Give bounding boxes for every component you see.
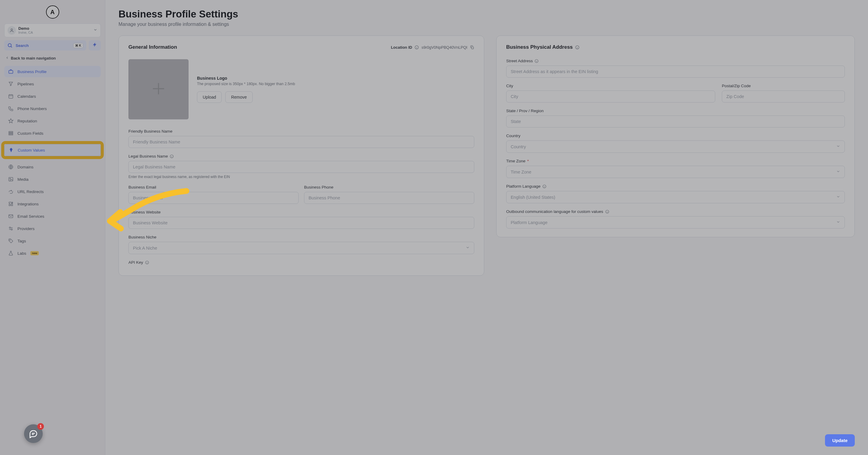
country-select[interactable]: Country xyxy=(506,141,845,153)
zip-label: Postal/Zip Code xyxy=(722,84,845,88)
chevron-down-icon xyxy=(466,245,470,250)
sidebar-item-tags[interactable]: Tags xyxy=(4,235,101,247)
sidebar: A Demo Irvine, CA Search ⌘ K xyxy=(0,0,105,455)
card-title-address: Business Physical Address xyxy=(506,44,572,50)
business-website-input[interactable] xyxy=(128,217,474,229)
search-icon xyxy=(7,43,12,48)
zip-input[interactable] xyxy=(722,91,845,102)
info-icon[interactable] xyxy=(414,45,419,50)
location-id-label: Location ID xyxy=(391,45,412,50)
card-title-general: General Information xyxy=(128,44,177,50)
svg-rect-6 xyxy=(9,134,13,135)
logo-hint: The proposed size is 350px * 180px. No b… xyxy=(197,82,295,86)
puzzle-icon xyxy=(8,201,14,207)
city-input[interactable] xyxy=(506,91,715,102)
select-placeholder: English (United States) xyxy=(511,195,836,200)
diamond-icon xyxy=(8,147,14,153)
sidebar-item-calendars[interactable]: Calendars xyxy=(4,91,101,102)
sidebar-item-providers[interactable]: Providers xyxy=(4,223,101,234)
sidebar-item-pipelines[interactable]: Pipelines xyxy=(4,78,101,90)
platform-language-label: Platform Language xyxy=(506,184,845,188)
legal-name-label: Legal Business Name xyxy=(128,154,474,158)
svg-point-13 xyxy=(10,240,10,240)
timezone-label: Time Zone * xyxy=(506,159,845,163)
chevron-down-icon xyxy=(836,194,840,200)
update-button[interactable]: Update xyxy=(825,434,855,447)
svg-point-11 xyxy=(9,227,11,229)
info-icon[interactable] xyxy=(145,261,149,265)
chat-button[interactable]: 1 xyxy=(24,424,43,443)
sidebar-item-label: Providers xyxy=(18,226,35,231)
info-icon[interactable] xyxy=(605,210,609,214)
sidebar-item-custom-fields[interactable]: Custom Fields xyxy=(4,127,101,139)
quick-action-button[interactable] xyxy=(89,40,101,51)
chevron-down-icon xyxy=(836,220,840,225)
mail-icon xyxy=(8,213,14,219)
flask-icon xyxy=(8,250,14,256)
sidebar-item-label: Integrations xyxy=(18,202,39,206)
sidebar-item-reputation[interactable]: Reputation xyxy=(4,115,101,127)
required-marker: * xyxy=(527,159,529,163)
svg-rect-3 xyxy=(9,95,13,98)
info-icon[interactable] xyxy=(575,45,580,50)
sidebar-item-domains[interactable]: Domains xyxy=(4,161,101,173)
redirect-icon xyxy=(8,188,14,194)
sidebar-item-business-profile[interactable]: Business Profile xyxy=(4,66,101,77)
chat-fab: 1 xyxy=(24,424,43,443)
upload-button[interactable]: Upload xyxy=(197,91,222,103)
main-content: Business Profile Settings Manage your bu… xyxy=(105,0,868,455)
country-label: Country xyxy=(506,133,845,138)
sidebar-item-labs[interactable]: Labs new xyxy=(4,247,101,259)
chevron-down-icon xyxy=(93,28,97,33)
sidebar-item-label: Reputation xyxy=(18,119,37,123)
phone-icon xyxy=(8,105,14,112)
remove-button[interactable]: Remove xyxy=(225,91,252,103)
timezone-select[interactable]: Time Zone xyxy=(506,166,845,178)
sidebar-item-media[interactable]: Media xyxy=(4,174,101,185)
search-button[interactable]: Search ⌘ K xyxy=(4,40,86,51)
business-website-label: Business Website xyxy=(128,210,474,214)
info-icon[interactable] xyxy=(169,154,174,158)
info-icon[interactable] xyxy=(542,184,547,188)
copy-icon[interactable] xyxy=(470,45,474,50)
brand: A xyxy=(4,5,101,19)
settings-nav: Business Profile Pipelines Calendars Pho… xyxy=(4,66,101,259)
friendly-name-input[interactable] xyxy=(128,136,474,148)
sidebar-item-url-redirects[interactable]: URL Redirects xyxy=(4,186,101,197)
logo-title: Business Logo xyxy=(197,76,295,81)
outbound-language-select[interactable]: Platform Language xyxy=(506,216,845,229)
svg-point-9 xyxy=(10,178,10,179)
business-phone-input[interactable] xyxy=(304,192,474,204)
business-email-input[interactable] xyxy=(128,192,299,204)
business-phone-label: Business Phone xyxy=(304,185,474,189)
sidebar-item-integrations[interactable]: Integrations xyxy=(4,198,101,210)
location-selector[interactable]: Demo Irvine, CA xyxy=(4,24,101,37)
platform-language-select[interactable]: English (United States) xyxy=(506,191,845,203)
sidebar-item-label: Media xyxy=(18,177,29,182)
business-niche-label: Business Niche xyxy=(128,235,474,239)
star-icon xyxy=(8,118,14,124)
legal-name-input[interactable] xyxy=(128,161,474,173)
sidebar-item-email-services[interactable]: Email Services xyxy=(4,211,101,222)
sidebar-item-phone-numbers[interactable]: Phone Numbers xyxy=(4,103,101,114)
logo-upload-dropzone[interactable] xyxy=(128,59,189,119)
providers-icon xyxy=(8,225,14,232)
back-to-main-nav[interactable]: Back to main navigation xyxy=(4,54,101,63)
state-input[interactable] xyxy=(506,116,845,127)
info-icon[interactable] xyxy=(534,59,539,63)
svg-rect-5 xyxy=(9,133,13,134)
sidebar-item-label: Tags xyxy=(18,239,26,243)
street-address-input[interactable] xyxy=(506,66,845,78)
tag-icon xyxy=(8,238,14,244)
business-niche-select[interactable]: Pick A Niche xyxy=(128,242,474,254)
svg-point-12 xyxy=(11,229,12,230)
back-nav-label: Back to main navigation xyxy=(11,56,56,60)
chevron-down-icon xyxy=(836,144,840,149)
sidebar-item-custom-values[interactable]: Custom Values xyxy=(4,144,101,156)
outbound-language-label: Outbound communication language for cust… xyxy=(506,209,845,214)
state-label: State / Prov / Region xyxy=(506,109,845,113)
legal-name-hint: Enter the exact legal business name, as … xyxy=(128,175,474,179)
select-placeholder: Country xyxy=(511,144,836,149)
sidebar-item-label: URL Redirects xyxy=(18,189,43,194)
briefcase-icon xyxy=(8,68,14,74)
